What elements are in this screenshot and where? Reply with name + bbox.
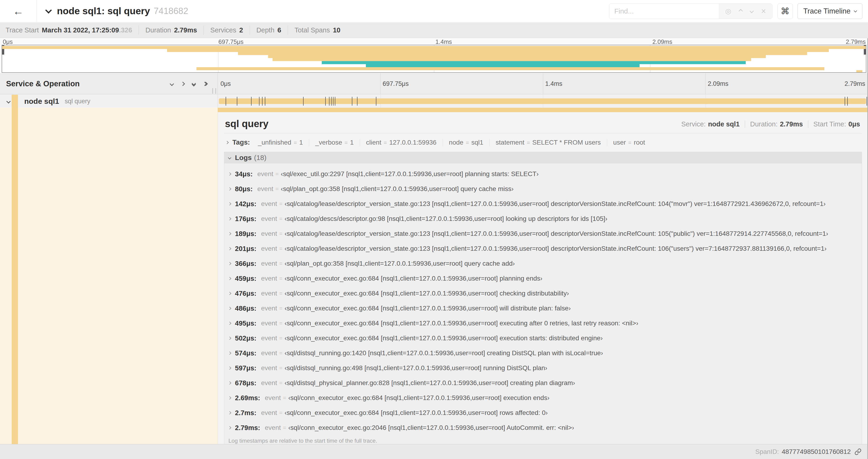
log-event-tick [259,97,259,106]
trace-summary-bar: Trace StartMarch 31 2022, 17:25:09.326Du… [0,23,868,38]
log-row[interactable]: 142μs:event=‹sql/catalog/lease/descripto… [224,196,862,211]
timeline-ruler-label: 2.09ms [708,80,728,88]
log-equals: = [279,409,282,416]
collapse-one-icon[interactable] [169,81,174,86]
tag-equals: = [293,139,297,146]
summary-item: Trace StartMarch 31 2022, 17:25:09.326 [4,25,138,35]
expand-all-icon[interactable] [203,82,207,85]
top-bar: ← node sql1: sql query 7418682 ◎ × ⌘ Tra… [0,0,868,22]
log-field-key: event [261,245,277,252]
timeline-minimap: 0μs 697.75μs 1.4ms 2.09ms 2.79ms [0,38,868,73]
log-row[interactable]: 176μs:event=‹sql/catalog/descs/descripto… [224,211,862,226]
minimap-ruler-label: 2.09ms [652,38,672,45]
minimap-labels: 0μs 697.75μs 1.4ms 2.09ms 2.79ms [0,38,868,45]
summary-value-muted: .326 [119,26,132,34]
summary-value: 2 [239,26,243,34]
trace-view-selector[interactable]: Trace Timeline [798,3,862,19]
summary-value: 6 [277,26,281,34]
tag-item[interactable]: statement=SELECT * FROM users [489,139,607,146]
log-field-value: ‹sql/distsql_running.go:1420 [nsql1,clie… [284,349,603,357]
find-input[interactable] [609,4,719,19]
logs-header[interactable]: Logs (18) [224,152,862,163]
log-row[interactable]: 574μs:event=‹sql/distsql_running.go:1420… [224,346,862,361]
log-field-value: ‹sql/distsql_physical_planner.go:828 [ns… [284,379,575,387]
chevron-down-icon[interactable] [45,7,52,13]
log-row[interactable]: 201μs:event=‹sql/catalog/lease/descripto… [224,241,862,256]
log-row[interactable]: 486μs:event=‹sql/conn_executor_exec.go:6… [224,301,862,316]
summary-value: March 31 2022, 17:25:09.326 [42,26,132,34]
ruler-gridline [705,73,706,94]
chevron-right-icon [228,322,231,325]
tag-item[interactable]: user=root [607,139,651,146]
tag-key: client [366,139,381,146]
log-event-tick [335,97,335,106]
tag-item[interactable]: node=sql1 [443,139,490,146]
log-row[interactable]: 502μs:event=‹sql/conn_executor_exec.go:6… [224,331,862,346]
log-row[interactable]: 34μs:event=‹sql/exec_util.go:2297 [nsql1… [224,167,862,182]
log-row[interactable]: 80μs:event=‹sql/plan_opt.go:358 [nsql1,c… [224,182,862,196]
log-row[interactable]: 678μs:event=‹sql/distsql_physical_planne… [224,375,862,390]
log-row[interactable]: 366μs:event=‹sql/plan_opt.go:358 [nsql1,… [224,256,862,271]
summary-label: Total Spans [294,26,330,34]
tags-accordion[interactable]: Tags: _unfinished=1_verbose=1client=127.… [224,138,862,146]
clear-search-icon[interactable]: × [761,7,766,15]
tag-value: 127.0.0.1:59936 [389,139,436,146]
tag-item[interactable]: _unfinished=1 [252,139,309,146]
tag-value: root [634,139,645,146]
log-field-key: event [261,215,277,223]
tag-item[interactable]: _verbose=1 [309,139,360,146]
log-event-tick [226,97,226,106]
log-row[interactable]: 459μs:event=‹sql/conn_executor_exec.go:6… [224,271,862,286]
log-row[interactable]: 597μs:event=‹sql/distsql_running.go:498 … [224,361,862,375]
minimap-canvas[interactable] [2,45,866,73]
log-row[interactable]: 2.7ms:event=‹sql/conn_executor_exec.go:6… [224,405,862,420]
tag-key: statement [496,139,524,146]
log-field-key: event [261,230,277,237]
deep-link-icon[interactable] [855,448,862,455]
log-equals: = [283,424,286,431]
log-row[interactable]: 189μs:event=‹sql/catalog/lease/descripto… [224,226,862,241]
chevron-down-icon[interactable] [6,99,10,103]
timeline-columns-header: Service & Operation 0μs 697.75μs 1.4ms 2… [0,73,868,94]
timeline-ruler-label: 2.79ms [844,80,865,88]
log-field-key: event [265,394,281,402]
log-row[interactable]: 476μs:event=‹sql/conn_executor_exec.go:6… [224,286,862,301]
log-row[interactable]: 2.69ms:event=‹sql/conn_executor_exec.go:… [224,390,862,405]
tag-value: 1 [299,139,303,146]
log-field-value: ‹sql/catalog/lease/descriptor_version_st… [284,245,827,252]
chevron-down-icon[interactable] [749,9,754,13]
collapse-all-icon[interactable] [192,82,195,86]
log-field-value: ‹sql/catalog/descs/descriptor.go:98 [nsq… [284,215,608,223]
column-resize-handle[interactable] [212,88,216,94]
chevron-right-icon [228,217,231,220]
meta-service: Service:node sql1 [676,120,745,128]
tag-value: sql1 [471,139,483,146]
service-operation-title: Service & Operation [6,79,80,88]
log-row[interactable]: 495μs:event=‹sql/conn_executor_exec.go:6… [224,316,862,331]
span-row-name-cell[interactable]: node sql1 sql query [0,95,218,108]
tag-item[interactable]: client=127.0.0.1:59936 [360,139,443,146]
chevron-right-icon [228,172,231,176]
summary-item: Depth6 [250,25,288,35]
back-button[interactable]: ← [0,0,37,22]
trace-page-title: node sql1: sql query [57,6,150,17]
scroll-to-match-icon[interactable]: ◎ [725,8,731,15]
trace-view-label: Trace Timeline [803,7,850,15]
span-row[interactable]: node sql1 sql query [0,95,868,108]
keyboard-shortcuts-button[interactable]: ⌘ [777,3,793,19]
chevron-right-icon [228,396,231,399]
tags-label: Tags: [232,138,250,146]
log-timestamp: 476μs: [235,290,256,297]
ruler-gridline [543,73,543,94]
span-bar-track[interactable] [219,98,866,104]
logs-count: (18) [254,154,267,162]
chevron-up-icon[interactable] [739,9,743,13]
span-detail-title: sql query [225,118,269,129]
expand-one-icon[interactable] [181,81,185,86]
chevron-right-icon [228,277,231,280]
span-row-timeline-cell[interactable] [218,95,868,108]
span-detail-header: sql query Service:node sql1 Duration:2.7… [224,112,862,133]
log-equals: = [275,171,279,177]
log-event-tick [303,97,304,106]
log-row[interactable]: 2.79ms:event=‹sql/conn_executor_exec.go:… [224,420,862,435]
